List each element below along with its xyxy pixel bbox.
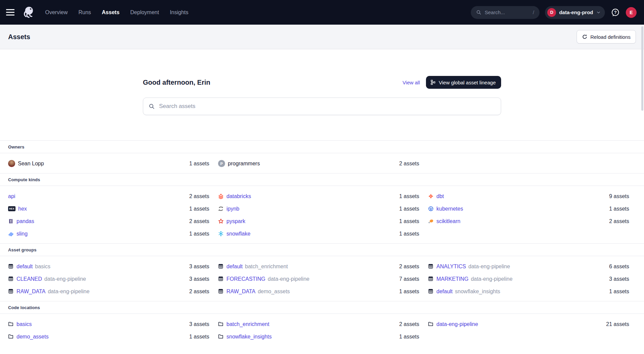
ipynb-icon: [218, 206, 224, 212]
item-link[interactable]: kubernetes: [436, 206, 463, 212]
code-locations-item: basics3 assets: [8, 318, 209, 330]
dagster-logo-icon[interactable]: [21, 5, 36, 20]
asset-group-icon: [218, 289, 224, 294]
compute-kinds-item: dbt9 assets: [428, 190, 629, 202]
workspace-switcher[interactable]: D data-eng-prod: [545, 6, 605, 19]
asset-groups-item: defaultbatch_enrichment2 assets: [218, 260, 419, 273]
item-count: 2 assets: [189, 193, 209, 199]
scikitlearn-icon: [428, 218, 434, 224]
pandas-icon: [8, 218, 14, 224]
item-count: 9 assets: [609, 193, 629, 199]
item-link[interactable]: MARKETING: [436, 276, 468, 282]
global-search-input[interactable]: Search... /: [471, 6, 540, 19]
item-count: 6 assets: [609, 264, 629, 270]
item-link[interactable]: default: [226, 264, 243, 270]
owners-item: Pprogrammers2 assets: [218, 157, 419, 170]
item-suffix: demo_assets: [258, 289, 290, 295]
top-nav: Overview Runs Assets Deployment Insights…: [0, 0, 644, 25]
item-link[interactable]: RAW_DATA: [17, 289, 45, 295]
item-count: 7 assets: [399, 276, 419, 282]
sling-icon: [8, 231, 14, 237]
item-link[interactable]: api: [8, 193, 15, 199]
item-suffix: data-eng-pipeline: [468, 264, 510, 270]
item-count: 2 assets: [399, 321, 419, 327]
folder-icon: [8, 321, 14, 327]
item-link[interactable]: demo_assets: [17, 334, 49, 340]
lineage-icon: [430, 80, 436, 85]
section-rows: api2 assetsdatabricks1 assetsdbt9 assets…: [0, 186, 644, 243]
workspace-name: data-eng-prod: [559, 9, 593, 15]
item-link[interactable]: programmers: [228, 161, 260, 167]
item-suffix: basics: [35, 264, 50, 270]
item-link[interactable]: basics: [17, 321, 32, 327]
item-link[interactable]: CLEANED: [17, 276, 42, 282]
item-link[interactable]: databricks: [226, 193, 251, 199]
section-asset-groups: Asset groupsdefaultbasics3 assetsdefault…: [0, 243, 644, 301]
section-rows: defaultbasics3 assetsdefaultbatch_enrich…: [0, 256, 644, 301]
item-link[interactable]: batch_enrichment: [226, 321, 269, 327]
menu-icon[interactable]: [6, 7, 16, 18]
item-count: 3 assets: [189, 276, 209, 282]
item-link[interactable]: ANALYTICS: [436, 264, 466, 270]
nav-tab-insights[interactable]: Insights: [170, 9, 188, 16]
asset-groups-item: ANALYTICSdata-eng-pipeline6 assets: [428, 260, 629, 273]
item-link[interactable]: pyspark: [226, 218, 245, 224]
search-assets-input[interactable]: [143, 98, 501, 115]
item-link[interactable]: hex: [18, 206, 27, 212]
section-rows: Sean Lopp1 assetsPprogrammers2 assets: [0, 153, 644, 173]
item-count: 21 assets: [606, 321, 629, 327]
code-locations-item: batch_enrichment2 assets: [218, 318, 419, 330]
item-link[interactable]: pandas: [17, 218, 34, 224]
item-link[interactable]: RAW_DATA: [226, 289, 255, 295]
search-icon: [149, 103, 155, 109]
item-link[interactable]: default: [436, 289, 453, 295]
section-code-locations: Code locationsbasics3 assetsbatch_enrich…: [0, 301, 644, 346]
page-header: Assets Reload definitions: [0, 25, 644, 49]
item-link[interactable]: Sean Lopp: [18, 161, 44, 167]
item-link[interactable]: FORECASTING: [226, 276, 266, 282]
item-link[interactable]: snowflake_insights: [226, 334, 272, 340]
asset-filter-sections: OwnersSean Lopp1 assetsPprogrammers2 ass…: [0, 140, 644, 346]
hex-badge-icon: HEX: [8, 206, 16, 211]
user-photo-avatar: [8, 160, 15, 167]
item-count: 1 assets: [399, 289, 419, 295]
databricks-icon: [218, 193, 224, 199]
nav-tab-overview[interactable]: Overview: [45, 9, 68, 16]
scrollbar[interactable]: [641, 26, 643, 111]
item-count: 1 assets: [399, 231, 419, 237]
item-link[interactable]: dbt: [436, 193, 444, 199]
view-global-asset-lineage-button[interactable]: View global asset lineage: [426, 76, 501, 89]
view-all-link[interactable]: View all: [403, 80, 420, 85]
global-search-placeholder: Search...: [485, 9, 505, 15]
item-count: 1 assets: [609, 206, 629, 212]
folder-icon: [428, 321, 434, 327]
compute-kinds-item: scikitlearn2 assets: [428, 215, 629, 227]
item-link[interactable]: default: [17, 264, 33, 270]
compute-kinds-item: kubernetes1 assets: [428, 202, 629, 215]
help-icon[interactable]: ?: [610, 7, 620, 18]
item-count: 2 assets: [399, 264, 419, 270]
dbt-icon: [428, 193, 434, 199]
user-avatar[interactable]: E: [626, 7, 637, 18]
item-link[interactable]: ipynb: [226, 206, 239, 212]
item-link[interactable]: scikitlearn: [436, 218, 460, 224]
item-link[interactable]: snowflake: [226, 231, 250, 237]
item-link[interactable]: sling: [17, 231, 28, 237]
item-count: 2 assets: [399, 161, 419, 167]
asset-groups-item: CLEANEDdata-eng-pipeline3 assets: [8, 273, 209, 285]
nav-tab-deployment[interactable]: Deployment: [130, 9, 159, 16]
nav-tab-runs[interactable]: Runs: [79, 9, 91, 16]
asset-group-icon: [428, 276, 434, 282]
item-count: 1 assets: [189, 231, 209, 237]
item-count: 3 assets: [189, 321, 209, 327]
item-count: 2 assets: [189, 218, 209, 224]
reload-definitions-button[interactable]: Reload definitions: [577, 30, 636, 44]
asset-group-icon: [8, 289, 14, 294]
item-link[interactable]: data-eng-pipeline: [436, 321, 478, 327]
item-suffix: data-eng-pipeline: [268, 276, 310, 282]
asset-group-icon: [8, 264, 14, 269]
view-global-asset-lineage-label: View global asset lineage: [439, 80, 496, 85]
pyspark-icon: [218, 218, 224, 224]
nav-tab-assets[interactable]: Assets: [102, 9, 119, 16]
asset-group-icon: [218, 264, 224, 269]
